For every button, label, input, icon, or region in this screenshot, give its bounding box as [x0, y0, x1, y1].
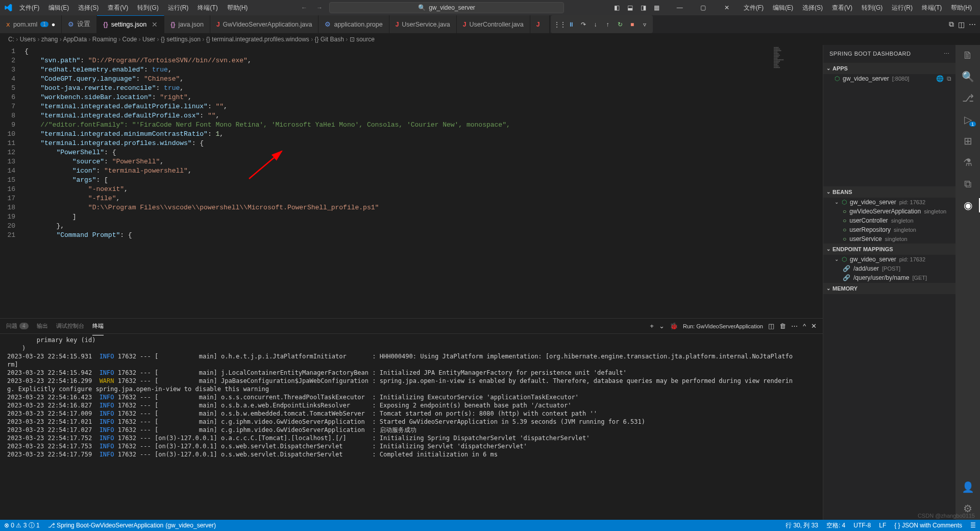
terminal-output[interactable]: primary key (id) )2023-03-23 22:54:15.93…	[0, 334, 823, 520]
close-tab-icon[interactable]: ✕	[152, 20, 158, 29]
menu-item[interactable]: 终端(T)	[918, 2, 946, 14]
dashboard-more-icon[interactable]: ⋯	[944, 51, 950, 57]
spring-dashboard-icon[interactable]: ◉	[962, 199, 974, 211]
debug-more-icon[interactable]: ▿	[640, 21, 650, 28]
breadcrumb-item[interactable]: ⊡ source	[350, 36, 375, 43]
source-control-icon[interactable]: ⎇	[962, 92, 974, 104]
status-item[interactable]: ⊗ 0 ⚠ 3 ⓘ 1	[0, 521, 44, 530]
breadcrumb-item[interactable]: User	[142, 36, 155, 43]
breadcrumb[interactable]: C: › Users › zhang › AppData › Roaming ›…	[0, 34, 980, 45]
breadcrumb-item[interactable]: {} terminal.integrated.profiles.windows	[206, 36, 309, 43]
code-content[interactable]: { "svn.path": "D://Program//TortoiseSVN/…	[24, 45, 823, 318]
debug-step-out-icon[interactable]: ↑	[603, 21, 613, 28]
code-editor[interactable]: 123456789101112131415161718192021 { "svn…	[0, 45, 823, 318]
files-icon[interactable]: 🗎	[962, 49, 974, 61]
layout-customize-icon[interactable]: ▦	[651, 4, 663, 11]
breadcrumb-item[interactable]: Users	[20, 36, 36, 43]
menu-item[interactable]: 编辑(E)	[44, 2, 73, 14]
status-item[interactable]: LF	[875, 521, 890, 530]
layout-sidebar-left-icon[interactable]: ◧	[611, 4, 623, 11]
layout-sidebar-right-icon[interactable]: ◨	[638, 4, 650, 11]
search-activity-icon[interactable]: 🔍	[962, 70, 974, 83]
new-terminal-icon[interactable]: +	[650, 322, 654, 330]
menu-item[interactable]: 查看(V)	[828, 2, 856, 14]
split-terminal-icon[interactable]: ◫	[768, 322, 774, 330]
debug-pause-icon[interactable]: ⏸	[566, 21, 576, 28]
debug-step-over-icon[interactable]: ↷	[578, 21, 589, 28]
editor-tab[interactable]: ⚙application.prope	[318, 15, 389, 33]
panel-tab[interactable]: 终端	[92, 320, 104, 332]
editor-tab[interactable]: {}java.json	[164, 15, 210, 33]
close-window-button[interactable]: ✕	[715, 0, 739, 15]
editor-tab[interactable]: ⚙设置	[62, 15, 97, 33]
editor-tab[interactable]: ⅹpom.xml1●	[0, 15, 62, 33]
menu-item[interactable]: 文件(F)	[15, 2, 43, 14]
command-center-search[interactable]: 🔍 gw_video_server	[329, 2, 564, 13]
remote-icon[interactable]: ⧉	[962, 178, 974, 190]
maximize-button[interactable]: ▢	[692, 0, 715, 15]
apps-section-header[interactable]: ⌄APPS	[823, 63, 955, 74]
editor-tab[interactable]: {}settings.json✕	[97, 15, 164, 33]
endpoints-section-header[interactable]: ⌄ENDPOINT MAPPINGS	[823, 244, 955, 255]
editor-tab[interactable]: J	[530, 15, 550, 33]
status-item[interactable]: ⎇ Spring Boot-GwVideoServerApplication (…	[44, 521, 220, 530]
bean-item[interactable]: ○gwVideoServerApplication singleton	[823, 207, 955, 216]
bean-item[interactable]: ○userRepository singleton	[823, 225, 955, 234]
debug-step-into-icon[interactable]: ↓	[591, 21, 601, 28]
terminal-dropdown-icon[interactable]: ⌄	[659, 322, 665, 330]
app-item[interactable]: ⬡ gw_video_server [:8080] 🌐⧉	[823, 74, 955, 83]
endpoints-root[interactable]: ⌄ ⬡ gw_video_server pid: 17632	[823, 255, 955, 264]
accounts-icon[interactable]: 👤	[962, 481, 974, 493]
breadcrumb-item[interactable]: C:	[8, 36, 14, 43]
beans-root[interactable]: ⌄ ⬡ gw_video_server pid: 17632	[823, 198, 955, 207]
panel-tab[interactable]: 调试控制台	[56, 320, 84, 332]
breadcrumb-item[interactable]: Code	[122, 36, 137, 43]
status-item[interactable]: 行 30, 列 33	[781, 521, 822, 530]
debug-icon[interactable]: 🐞	[670, 322, 678, 330]
status-item[interactable]: UTF-8	[849, 521, 875, 530]
copy-icon[interactable]: ⧉	[949, 20, 954, 29]
panel-close-icon[interactable]: ✕	[811, 322, 817, 330]
editor-tab[interactable]: JUserController.java	[457, 15, 530, 33]
breadcrumb-item[interactable]: AppData	[63, 36, 87, 43]
testing-icon[interactable]: ⚗	[962, 156, 974, 168]
editor-tab[interactable]: JGwVideoServerApplication.java	[210, 15, 319, 33]
menu-item[interactable]: 终端(T)	[193, 2, 222, 14]
status-item[interactable]: { } JSON with Comments	[890, 521, 966, 530]
panel-tab[interactable]: 输出	[37, 320, 48, 332]
beans-section-header[interactable]: ⌄BEANS	[823, 186, 955, 198]
breadcrumb-item[interactable]: zhang	[41, 36, 58, 43]
more-actions-icon[interactable]: ⋯	[969, 20, 976, 29]
breadcrumb-item[interactable]: Roaming	[92, 36, 117, 43]
menu-item[interactable]: 转到(G)	[133, 2, 162, 14]
menu-item[interactable]: 查看(V)	[104, 2, 132, 14]
breadcrumb-item[interactable]: {} settings.json	[161, 36, 201, 43]
menu-item[interactable]: 运行(R)	[164, 2, 193, 14]
nav-forward-icon[interactable]: →	[314, 4, 325, 11]
menu-item[interactable]: 帮助(H)	[947, 2, 976, 14]
breadcrumb-item[interactable]: {} Git Bash	[315, 36, 344, 43]
minimap[interactable]: ████████████████████████████████████████…	[772, 45, 823, 318]
globe-icon[interactable]: 🌐	[936, 75, 944, 82]
debug-grip-icon[interactable]: ⋮⋮	[554, 21, 564, 28]
memory-section-header[interactable]: ⌄MEMORY	[823, 283, 955, 294]
endpoint-item[interactable]: 🔗/add/user [POST]	[823, 264, 955, 273]
menu-item[interactable]: 选择(S)	[798, 2, 827, 14]
editor-tab[interactable]: JUserService.java	[389, 15, 457, 33]
extensions-icon[interactable]: ⊞	[962, 135, 974, 147]
kill-terminal-icon[interactable]: 🗑	[779, 322, 786, 330]
menu-item[interactable]: 转到(G)	[857, 2, 887, 14]
status-item[interactable]: ☰	[966, 521, 980, 530]
split-editor-icon[interactable]: ◫	[958, 20, 965, 29]
menu-item[interactable]: 选择(S)	[74, 2, 103, 14]
panel-maximize-icon[interactable]: ^	[803, 322, 806, 330]
menu-item[interactable]: 帮助(H)	[223, 2, 252, 14]
nav-back-icon[interactable]: ←	[299, 4, 310, 11]
bean-item[interactable]: ○userController singleton	[823, 216, 955, 225]
endpoint-item[interactable]: 🔗/query/user/by/name [GET]	[823, 273, 955, 282]
panel-more-icon[interactable]: ⋯	[791, 322, 798, 330]
debug-restart-icon[interactable]: ↻	[615, 21, 625, 28]
menu-item[interactable]: 编辑(E)	[769, 2, 797, 14]
debug-stop-icon[interactable]: ■	[627, 21, 638, 28]
open-icon[interactable]: ⧉	[947, 75, 951, 82]
